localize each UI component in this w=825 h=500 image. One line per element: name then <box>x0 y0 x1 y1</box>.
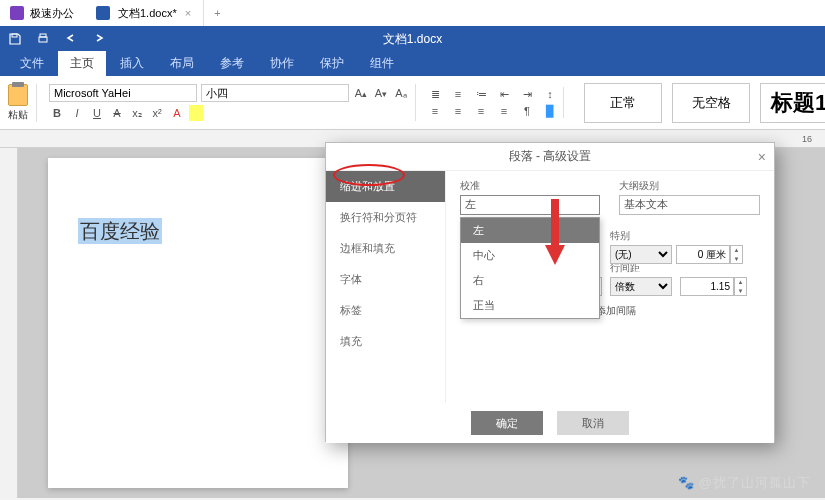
align-left-icon[interactable]: ≡ <box>428 104 442 118</box>
close-tab-icon[interactable]: × <box>185 7 191 19</box>
tab-insert[interactable]: 插入 <box>108 51 156 76</box>
app-brand-name: 极速办公 <box>30 6 74 21</box>
redo-icon[interactable] <box>92 32 106 46</box>
watermark-text: @扰了山河孤山下 <box>699 475 811 490</box>
app-brand-icon <box>10 6 24 20</box>
dialog-sidebar: 缩进和放置 换行符和分页符 边框和填充 字体 标签 填充 <box>326 171 446 403</box>
increase-font-icon[interactable]: A▴ <box>353 85 369 101</box>
vertical-ruler[interactable] <box>0 148 18 498</box>
svg-rect-0 <box>12 34 17 37</box>
special-indent-input[interactable] <box>676 245 730 264</box>
quick-access-bar: 文档1.docx <box>0 26 825 52</box>
style-gallery: 正常 无空格 标题1 <box>570 83 825 123</box>
tab-reference[interactable]: 参考 <box>208 51 256 76</box>
paragraph-group: ≣ ≡ ≔ ⇤ ⇥ ↕ ≡ ≡ ≡ ≡ ¶ ▉ <box>422 87 564 118</box>
cancel-button[interactable]: 取消 <box>557 411 629 435</box>
print-icon[interactable] <box>36 32 50 46</box>
align-justify-icon[interactable]: ≡ <box>497 104 511 118</box>
svg-rect-2 <box>40 34 46 37</box>
side-item-border[interactable]: 边框和填充 <box>326 233 445 264</box>
dialog-main: 校准 左 大纲级别 基本文本 左 中心 右 正当 特别 (无) <box>446 171 774 403</box>
align-dropdown-list: 左 中心 右 正当 <box>460 217 600 319</box>
tab-component[interactable]: 组件 <box>358 51 406 76</box>
add-tab-button[interactable]: + <box>204 7 230 19</box>
app-brand: 极速办公 <box>0 6 84 21</box>
decrease-font-icon[interactable]: A▾ <box>373 85 389 101</box>
bullets-icon[interactable]: ≣ <box>428 87 442 101</box>
subscript-button[interactable]: x₂ <box>129 105 145 121</box>
linespacing-input[interactable] <box>680 277 734 296</box>
multilevel-icon[interactable]: ≔ <box>474 87 488 101</box>
spin-down-icon[interactable]: ▼ <box>731 255 742 264</box>
watermark: 🐾@扰了山河孤山下 <box>678 474 811 492</box>
font-group: A▴ A▾ Aₐ B I U A x₂ x² A <box>43 84 416 121</box>
align-option-left[interactable]: 左 <box>461 218 599 243</box>
align-right-icon[interactable]: ≡ <box>474 104 488 118</box>
decrease-indent-icon[interactable]: ⇤ <box>497 87 511 101</box>
side-item-break[interactable]: 换行符和分页符 <box>326 202 445 233</box>
paste-icon <box>8 84 28 106</box>
superscript-button[interactable]: x² <box>149 105 165 121</box>
tab-protect[interactable]: 保护 <box>308 51 356 76</box>
dialog-header[interactable]: 段落 - 高级设置 × <box>326 143 774 171</box>
paw-icon: 🐾 <box>678 475 695 490</box>
font-family-select[interactable] <box>49 84 197 102</box>
line-spacing-icon[interactable]: ↕ <box>543 87 557 101</box>
outline-select[interactable]: 基本文本 <box>619 195 760 215</box>
document-tab[interactable]: 文档1.docx* × <box>84 0 204 26</box>
bold-button[interactable]: B <box>49 105 65 121</box>
ribbon-tabs: 文件 主页 插入 布局 参考 协作 保护 组件 <box>0 52 825 76</box>
align-option-center[interactable]: 中心 <box>461 243 599 268</box>
spin-up-icon[interactable]: ▲ <box>731 246 742 255</box>
ruler-right-number: 16 <box>799 134 815 144</box>
dialog-close-icon[interactable]: × <box>758 149 766 165</box>
spin-down-icon[interactable]: ▼ <box>735 287 746 296</box>
shading-icon[interactable]: ▉ <box>543 104 557 118</box>
numbering-icon[interactable]: ≡ <box>451 87 465 101</box>
save-icon[interactable] <box>8 32 22 46</box>
side-item-indent[interactable]: 缩进和放置 <box>326 171 445 202</box>
undo-icon[interactable] <box>64 32 78 46</box>
special-indent-spinner[interactable]: ▲▼ <box>676 245 743 264</box>
paragraph-dialog: 段落 - 高级设置 × 缩进和放置 换行符和分页符 边框和填充 字体 标签 填充… <box>325 142 775 442</box>
side-item-fill[interactable]: 填充 <box>326 326 445 357</box>
underline-button[interactable]: U <box>89 105 105 121</box>
change-case-icon[interactable]: Aₐ <box>393 85 409 101</box>
selected-text[interactable]: 百度经验 <box>78 218 162 244</box>
side-item-font[interactable]: 字体 <box>326 264 445 295</box>
style-normal[interactable]: 正常 <box>584 83 662 123</box>
linespacing-spinner[interactable]: ▲▼ <box>680 277 747 296</box>
tab-layout[interactable]: 布局 <box>158 51 206 76</box>
tab-home[interactable]: 主页 <box>58 51 106 76</box>
highlight-button[interactable] <box>189 105 203 121</box>
font-size-select[interactable] <box>201 84 349 102</box>
special-label: 特别 <box>610 229 760 243</box>
linespacing-mode[interactable]: 倍数 <box>610 277 672 296</box>
align-select[interactable]: 左 <box>460 195 600 215</box>
tab-file[interactable]: 文件 <box>8 51 56 76</box>
show-marks-icon[interactable]: ¶ <box>520 104 534 118</box>
document-tab-name: 文档1.docx* <box>118 6 177 21</box>
ok-button[interactable]: 确定 <box>471 411 543 435</box>
dialog-title: 段落 - 高级设置 <box>509 148 592 165</box>
outline-label: 大纲级别 <box>619 179 760 193</box>
ribbon: 粘贴 A▴ A▾ Aₐ B I U A x₂ x² A ≣ ≡ ≔ ⇤ ⇥ ↕ <box>0 76 825 130</box>
align-option-right[interactable]: 右 <box>461 268 599 293</box>
page[interactable]: 百度经验 <box>48 158 348 488</box>
align-option-justify[interactable]: 正当 <box>461 293 599 318</box>
align-center-icon[interactable]: ≡ <box>451 104 465 118</box>
side-item-tab[interactable]: 标签 <box>326 295 445 326</box>
increase-indent-icon[interactable]: ⇥ <box>520 87 534 101</box>
paste-label: 粘贴 <box>8 108 28 122</box>
spin-up-icon[interactable]: ▲ <box>735 278 746 287</box>
doc-icon <box>96 6 110 20</box>
align-label: 校准 <box>460 179 601 193</box>
special-select[interactable]: (无) <box>610 245 672 264</box>
style-heading1[interactable]: 标题1 <box>760 83 825 123</box>
strikethrough-button[interactable]: A <box>109 105 125 121</box>
font-color-button[interactable]: A <box>169 105 185 121</box>
italic-button[interactable]: I <box>69 105 85 121</box>
style-nospace[interactable]: 无空格 <box>672 83 750 123</box>
tab-collab[interactable]: 协作 <box>258 51 306 76</box>
paste-group[interactable]: 粘贴 <box>8 84 37 122</box>
